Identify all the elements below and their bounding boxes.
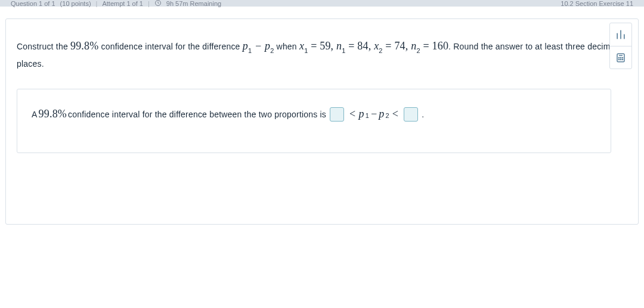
q-p2: p bbox=[265, 40, 270, 52]
svg-point-10 bbox=[620, 59, 621, 60]
q-p2-sub: 2 bbox=[270, 47, 274, 54]
header-bar: Question 1 of 1 (10 points) | Attempt 1 … bbox=[0, 0, 644, 7]
clock-icon bbox=[154, 0, 162, 8]
a-p1-sub: 1 bbox=[366, 112, 369, 119]
q-minus: − bbox=[252, 40, 265, 52]
q-mid1: confidence interval for the difference bbox=[98, 42, 242, 51]
a-p1: p bbox=[358, 108, 364, 120]
q-n1: n bbox=[336, 40, 342, 52]
q-confidence-pct: 99.8% bbox=[70, 40, 99, 52]
answer-box: A 99.8% confidence interval for the diff… bbox=[17, 89, 611, 153]
divider: | bbox=[96, 0, 98, 7]
a-lt2: < bbox=[392, 108, 398, 120]
header-left: Question 1 of 1 (10 points) | Attempt 1 … bbox=[11, 0, 221, 8]
q-prefix: Construct the bbox=[17, 42, 70, 51]
q-n1-sub: 1 bbox=[342, 47, 345, 54]
a-lt1: < bbox=[349, 108, 355, 120]
question-panel: Construct the 99.8% confidence interval … bbox=[5, 18, 639, 225]
upper-bound-input[interactable] bbox=[404, 107, 418, 122]
q-p1: p bbox=[243, 40, 248, 52]
lower-bound-input[interactable] bbox=[330, 107, 344, 122]
divider: | bbox=[148, 0, 150, 7]
calculator-icon-button[interactable] bbox=[610, 46, 631, 69]
svg-point-6 bbox=[618, 57, 619, 58]
chart-icon-button[interactable] bbox=[610, 23, 631, 46]
svg-point-8 bbox=[622, 57, 623, 58]
a-prefix: A bbox=[32, 110, 38, 119]
section-reference: 10.2 Section Exercise 11 bbox=[561, 0, 633, 7]
q-eq1: = 59, bbox=[308, 40, 336, 52]
q-when: when bbox=[274, 42, 299, 51]
q-n2-sub: 2 bbox=[416, 47, 420, 54]
question-label: Question 1 of 1 bbox=[11, 0, 55, 7]
a-p2-sub: 2 bbox=[386, 112, 389, 119]
question-text: Construct the 99.8% confidence interval … bbox=[17, 36, 627, 72]
svg-point-7 bbox=[620, 57, 621, 58]
q-eq2: = 84, bbox=[346, 40, 374, 52]
q-x1: x bbox=[299, 40, 304, 52]
q-x2-sub: 2 bbox=[379, 47, 382, 54]
a-minus: − bbox=[370, 108, 377, 120]
answer-line: A 99.8% confidence interval for the diff… bbox=[32, 107, 596, 122]
attempt-label: Attempt 1 of 1 bbox=[102, 0, 143, 7]
q-x1-sub: 1 bbox=[304, 47, 308, 54]
a-mid: confidence interval for the difference b… bbox=[68, 110, 326, 119]
q-eq3: = 74, bbox=[383, 40, 411, 52]
a-period: . bbox=[422, 110, 424, 119]
time-remaining: 9h 57m Remaining bbox=[166, 0, 221, 7]
svg-point-9 bbox=[618, 59, 619, 60]
a-confidence-pct: 99.8% bbox=[39, 108, 67, 120]
a-p2: p bbox=[379, 108, 384, 120]
svg-point-11 bbox=[622, 59, 623, 60]
q-p1-sub: 1 bbox=[248, 47, 252, 54]
right-toolbar bbox=[609, 23, 632, 69]
points-label: (10 points) bbox=[60, 0, 91, 7]
q-eq4: = 160 bbox=[420, 40, 448, 52]
